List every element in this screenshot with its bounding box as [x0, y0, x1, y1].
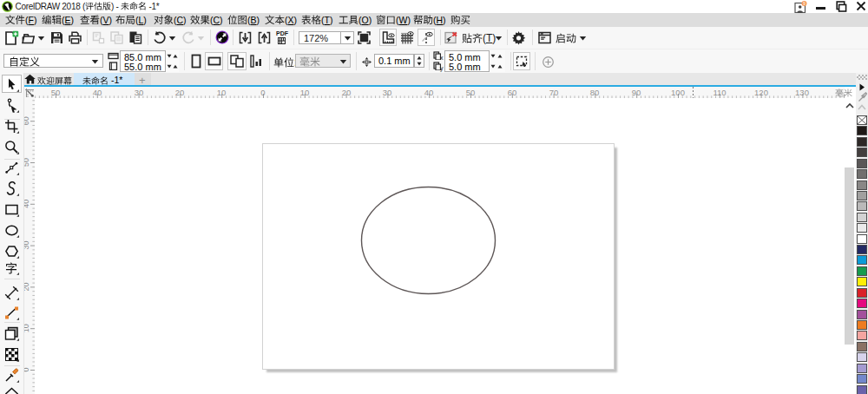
svg-text:40: 40	[24, 200, 30, 208]
svg-text:50: 50	[24, 158, 30, 167]
svg-text:60: 60	[24, 116, 30, 125]
svg-text:10: 10	[24, 324, 30, 332]
svg-text:30: 30	[24, 241, 30, 250]
svg-text:20: 20	[24, 282, 30, 291]
svg-text:0: 0	[24, 367, 30, 371]
